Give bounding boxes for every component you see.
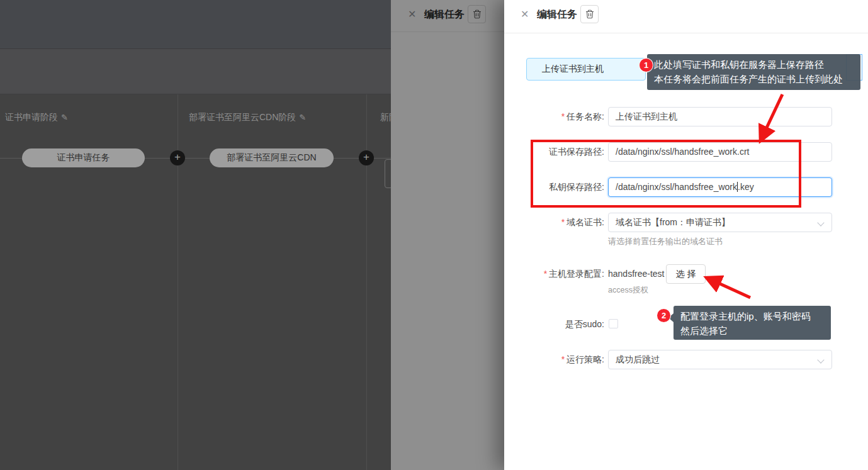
sudo-checkbox[interactable] [609,319,618,328]
stage-title-1: 证书申请阶段✎ [5,112,68,123]
task-pill-cert-request[interactable]: 证书申请任务 [22,148,145,167]
app-header [0,0,391,49]
annotation-rectangle [531,140,801,208]
chevron-down-icon [817,356,824,363]
annotation-tooltip-2: 配置登录主机的ip、账号和密码 然后选择它 [674,306,831,340]
stage-1-label: 证书申请阶段 [5,112,58,122]
pipeline-toolbar [0,49,391,94]
domain-cert-select[interactable]: 域名证书【from：申请证书】 [608,213,832,232]
stage-2-label: 部署证书至阿里云CDN阶段 [189,112,296,122]
run-policy-select[interactable]: 成功后跳过 [608,350,832,369]
stage-title-2: 部署证书至阿里云CDN阶段✎ [189,112,306,123]
drawer-title: 编辑任务 [537,8,577,21]
chevron-down-icon [817,219,824,226]
drawer-header-divider [504,33,868,33]
stage-title-3: 新阶 [380,112,391,123]
task-pill-deploy-cdn[interactable]: 部署证书至阿里云CDN [210,148,334,167]
close-icon[interactable]: ✕ [521,9,529,20]
edit-stage-icon[interactable]: ✎ [299,113,306,122]
tooltip-line: 然后选择它 [680,323,824,338]
edit-stage-icon[interactable]: ✎ [61,113,68,122]
delete-task-button[interactable] [580,5,599,23]
annotation-tooltip-1: 此处填写证书和私钥在服务器上保存路径 本任务将会把前面任务产生的证书上传到此处 [647,54,860,90]
screen: 证书申请阶段✎ 部署证书至阿里云CDN阶段✎ 新阶 证书申请任务 部署证书至阿里… [0,0,868,470]
stage-3-label: 新阶 [380,112,391,122]
choose-host-button[interactable]: 选 择 [666,264,706,284]
tooltip-line: 此处填写证书和私钥在服务器上保存路径 [654,57,854,72]
pipeline-canvas: 证书申请阶段✎ 部署证书至阿里云CDN阶段✎ 新阶 证书申请任务 部署证书至阿里… [0,94,391,470]
tooltip-line: 本任务将会把前面任务产生的证书上传到此处 [654,72,854,86]
task-placeholder-box [385,159,391,188]
task-name-input[interactable]: 上传证书到主机 [608,107,832,126]
annotation-badge-2: 2 [657,309,670,322]
annotation-badge-1: 1 [640,59,653,72]
trash-icon [585,9,594,19]
add-stage-button[interactable]: + [170,150,185,165]
step-upload-cert-button[interactable]: 上传证书到主机 [526,58,646,81]
tooltip-line: 配置登录主机的ip、账号和密码 [680,309,824,323]
add-stage-button[interactable]: + [359,150,374,165]
